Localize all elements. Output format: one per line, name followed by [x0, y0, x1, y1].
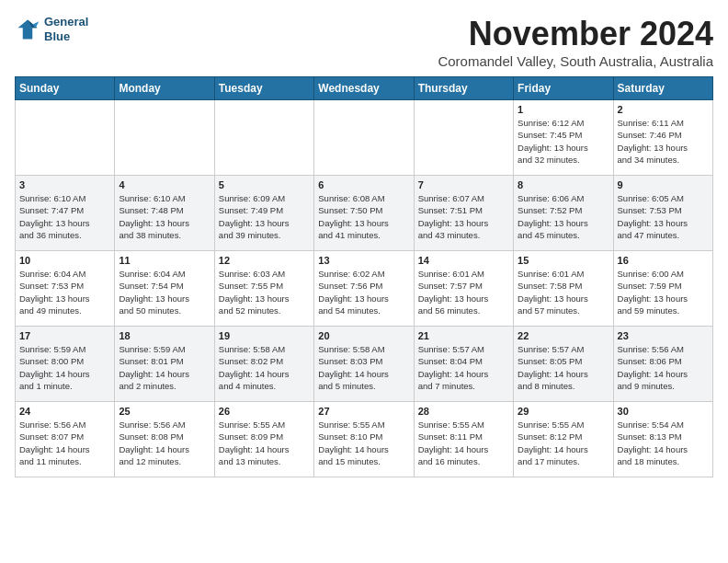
day-info: Sunrise: 6:01 AM Sunset: 7:57 PM Dayligh… [418, 268, 509, 316]
week-row-4: 24Sunrise: 5:56 AM Sunset: 8:07 PM Dayli… [16, 402, 713, 477]
day-info: Sunrise: 5:58 AM Sunset: 8:02 PM Dayligh… [219, 343, 310, 392]
day-cell: 21Sunrise: 5:57 AM Sunset: 8:04 PM Dayli… [414, 327, 513, 402]
day-cell: 8Sunrise: 6:06 AM Sunset: 7:52 PM Daylig… [514, 176, 613, 251]
header-cell-wednesday: Wednesday [314, 77, 414, 100]
week-row-0: 1Sunrise: 6:12 AM Sunset: 7:45 PM Daylig… [16, 100, 713, 176]
day-cell: 12Sunrise: 6:03 AM Sunset: 7:55 PM Dayli… [214, 251, 313, 327]
day-cell: 6Sunrise: 6:08 AM Sunset: 7:50 PM Daylig… [314, 176, 414, 251]
day-cell: 30Sunrise: 5:54 AM Sunset: 8:13 PM Dayli… [613, 402, 712, 477]
day-info: Sunrise: 6:12 AM Sunset: 7:45 PM Dayligh… [518, 117, 609, 166]
location-title: Coromandel Valley, South Australia, Aust… [438, 53, 713, 69]
day-info: Sunrise: 6:11 AM Sunset: 7:46 PM Dayligh… [618, 117, 709, 166]
day-cell: 28Sunrise: 5:55 AM Sunset: 8:11 PM Dayli… [414, 402, 513, 477]
day-cell: 11Sunrise: 6:04 AM Sunset: 7:54 PM Dayli… [115, 251, 214, 327]
day-cell: 14Sunrise: 6:01 AM Sunset: 7:57 PM Dayli… [414, 251, 513, 327]
day-info: Sunrise: 6:02 AM Sunset: 7:56 PM Dayligh… [318, 268, 409, 316]
header-cell-thursday: Thursday [414, 77, 513, 100]
day-cell [16, 100, 115, 176]
svg-marker-0 [18, 19, 38, 39]
day-cell: 18Sunrise: 5:59 AM Sunset: 8:01 PM Dayli… [115, 327, 214, 402]
day-number: 6 [318, 179, 409, 190]
day-number: 19 [219, 330, 310, 341]
day-info: Sunrise: 5:55 AM Sunset: 8:10 PM Dayligh… [318, 419, 409, 467]
day-info: Sunrise: 6:01 AM Sunset: 7:58 PM Dayligh… [518, 268, 609, 316]
day-info: Sunrise: 5:56 AM Sunset: 8:08 PM Dayligh… [119, 419, 210, 467]
day-number: 20 [318, 330, 409, 341]
header-cell-monday: Monday [115, 77, 214, 100]
day-number: 10 [19, 255, 110, 266]
day-info: Sunrise: 6:09 AM Sunset: 7:49 PM Dayligh… [219, 192, 310, 241]
day-info: Sunrise: 6:04 AM Sunset: 7:54 PM Dayligh… [119, 268, 210, 316]
day-number: 27 [318, 406, 409, 417]
day-cell [214, 100, 313, 176]
day-info: Sunrise: 6:08 AM Sunset: 7:50 PM Dayligh… [318, 192, 409, 241]
day-cell: 16Sunrise: 6:00 AM Sunset: 7:59 PM Dayli… [613, 251, 712, 327]
calendar-header-row: SundayMondayTuesdayWednesdayThursdayFrid… [16, 77, 713, 100]
day-info: Sunrise: 5:54 AM Sunset: 8:13 PM Dayligh… [618, 419, 709, 467]
week-row-1: 3Sunrise: 6:10 AM Sunset: 7:47 PM Daylig… [16, 176, 713, 251]
title-block: November 2024 Coromandel Valley, South A… [438, 15, 713, 69]
day-number: 15 [518, 255, 609, 266]
calendar-table: SundayMondayTuesdayWednesdayThursdayFrid… [15, 76, 713, 477]
day-number: 8 [518, 179, 609, 190]
logo-text: General Blue [44, 15, 88, 43]
header-cell-saturday: Saturday [613, 77, 712, 100]
day-number: 14 [418, 255, 509, 266]
header-cell-sunday: Sunday [16, 77, 115, 100]
day-number: 24 [19, 406, 110, 417]
day-cell: 20Sunrise: 5:58 AM Sunset: 8:03 PM Dayli… [314, 327, 414, 402]
day-number: 12 [219, 255, 310, 266]
day-info: Sunrise: 6:07 AM Sunset: 7:51 PM Dayligh… [418, 192, 509, 241]
day-info: Sunrise: 5:56 AM Sunset: 8:06 PM Dayligh… [618, 343, 709, 392]
day-number: 18 [119, 330, 210, 341]
day-info: Sunrise: 5:56 AM Sunset: 8:07 PM Dayligh… [19, 419, 110, 467]
day-number: 7 [418, 179, 509, 190]
day-number: 9 [618, 179, 709, 190]
logo: General Blue [15, 15, 88, 43]
logo-icon [15, 17, 40, 42]
day-info: Sunrise: 6:10 AM Sunset: 7:48 PM Dayligh… [119, 192, 210, 241]
day-cell: 15Sunrise: 6:01 AM Sunset: 7:58 PM Dayli… [514, 251, 613, 327]
page-header: General Blue November 2024 Coromandel Va… [15, 15, 713, 69]
day-number: 23 [618, 330, 709, 341]
day-info: Sunrise: 5:57 AM Sunset: 8:04 PM Dayligh… [418, 343, 509, 392]
day-number: 2 [618, 104, 709, 115]
day-cell: 2Sunrise: 6:11 AM Sunset: 7:46 PM Daylig… [613, 100, 712, 176]
day-number: 17 [19, 330, 110, 341]
day-info: Sunrise: 5:59 AM Sunset: 8:01 PM Dayligh… [119, 343, 210, 392]
week-row-3: 17Sunrise: 5:59 AM Sunset: 8:00 PM Dayli… [16, 327, 713, 402]
day-cell: 17Sunrise: 5:59 AM Sunset: 8:00 PM Dayli… [16, 327, 115, 402]
day-cell: 19Sunrise: 5:58 AM Sunset: 8:02 PM Dayli… [214, 327, 313, 402]
day-info: Sunrise: 6:04 AM Sunset: 7:53 PM Dayligh… [19, 268, 110, 316]
week-row-2: 10Sunrise: 6:04 AM Sunset: 7:53 PM Dayli… [16, 251, 713, 327]
day-cell: 13Sunrise: 6:02 AM Sunset: 7:56 PM Dayli… [314, 251, 414, 327]
header-cell-tuesday: Tuesday [214, 77, 313, 100]
day-number: 29 [518, 406, 609, 417]
day-number: 11 [119, 255, 210, 266]
day-number: 5 [219, 179, 310, 190]
day-cell [414, 100, 513, 176]
day-cell: 7Sunrise: 6:07 AM Sunset: 7:51 PM Daylig… [414, 176, 513, 251]
day-number: 30 [618, 406, 709, 417]
day-cell: 24Sunrise: 5:56 AM Sunset: 8:07 PM Dayli… [16, 402, 115, 477]
day-info: Sunrise: 5:55 AM Sunset: 8:09 PM Dayligh… [219, 419, 310, 467]
day-info: Sunrise: 6:05 AM Sunset: 7:53 PM Dayligh… [618, 192, 709, 241]
day-info: Sunrise: 5:55 AM Sunset: 8:12 PM Dayligh… [518, 419, 609, 467]
header-cell-friday: Friday [514, 77, 613, 100]
day-info: Sunrise: 5:55 AM Sunset: 8:11 PM Dayligh… [418, 419, 509, 467]
day-number: 3 [19, 179, 110, 190]
day-number: 21 [418, 330, 509, 341]
day-cell [314, 100, 414, 176]
day-cell: 26Sunrise: 5:55 AM Sunset: 8:09 PM Dayli… [214, 402, 313, 477]
day-cell: 22Sunrise: 5:57 AM Sunset: 8:05 PM Dayli… [514, 327, 613, 402]
day-cell: 27Sunrise: 5:55 AM Sunset: 8:10 PM Dayli… [314, 402, 414, 477]
day-cell: 25Sunrise: 5:56 AM Sunset: 8:08 PM Dayli… [115, 402, 214, 477]
day-cell: 1Sunrise: 6:12 AM Sunset: 7:45 PM Daylig… [514, 100, 613, 176]
day-info: Sunrise: 6:10 AM Sunset: 7:47 PM Dayligh… [19, 192, 110, 241]
day-cell [115, 100, 214, 176]
day-cell: 23Sunrise: 5:56 AM Sunset: 8:06 PM Dayli… [613, 327, 712, 402]
day-cell: 3Sunrise: 6:10 AM Sunset: 7:47 PM Daylig… [16, 176, 115, 251]
calendar-body: 1Sunrise: 6:12 AM Sunset: 7:45 PM Daylig… [16, 100, 713, 477]
day-cell: 4Sunrise: 6:10 AM Sunset: 7:48 PM Daylig… [115, 176, 214, 251]
day-cell: 9Sunrise: 6:05 AM Sunset: 7:53 PM Daylig… [613, 176, 712, 251]
